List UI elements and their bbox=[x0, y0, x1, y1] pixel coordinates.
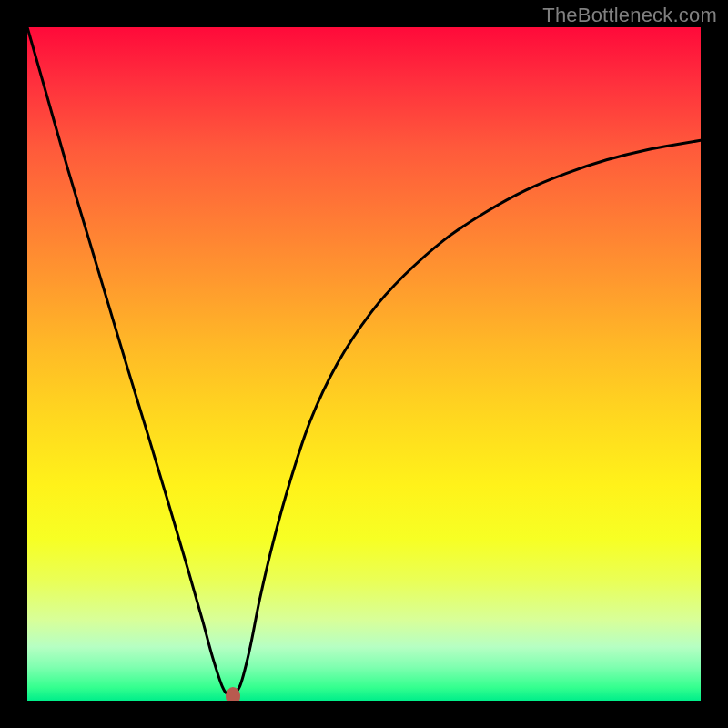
curve-svg bbox=[27, 27, 701, 701]
chart-frame: TheBottleneck.com bbox=[0, 0, 728, 728]
plot-area bbox=[27, 27, 701, 701]
watermark-text: TheBottleneck.com bbox=[542, 4, 717, 27]
bottleneck-curve bbox=[27, 27, 701, 694]
optimum-marker bbox=[226, 687, 240, 701]
